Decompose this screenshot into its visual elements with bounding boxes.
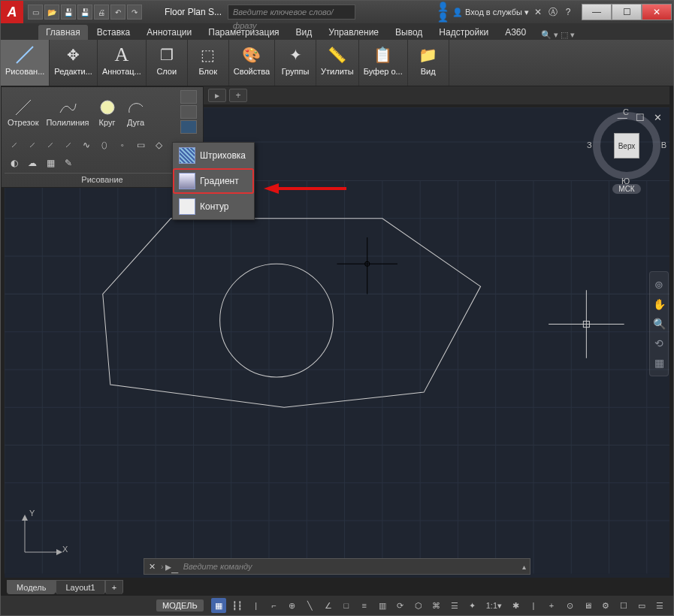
cmdline-close-icon[interactable]: ✕ [144,562,159,572]
sm-tool-4[interactable]: ⟋ [62,138,75,152]
nav-zoom-icon[interactable]: 🔍 [652,317,666,331]
viewcube[interactable]: Верх С В Ю З МСК [589,112,664,195]
qat-open-icon[interactable]: 📂 [44,5,59,20]
status-ortho-icon[interactable]: ⌐ [267,598,282,613]
panel-view[interactable]: 📁Вид [408,40,449,86]
status-customize-icon[interactable]: ☰ [652,598,667,613]
status-workspace-icon[interactable]: + [544,598,559,613]
nav-orbit-icon[interactable]: ⟲ [652,337,666,350]
viewcube-south[interactable]: Ю [621,177,630,186]
tab-model[interactable]: Модель [7,580,56,594]
infocenter-icon[interactable]: 👤👤 [437,6,449,18]
tool-hatch-mini[interactable] [180,120,197,134]
viewcube-face-top[interactable]: Верх [614,133,639,159]
status-transparency-icon[interactable]: ▥ [375,598,390,613]
flyout-gradient[interactable]: Градиент [173,168,254,194]
signin-button[interactable]: 👤 Вход в службы▾ [452,8,529,17]
ribbon-tab-view[interactable]: Вид [289,25,320,40]
ribbon-tab-parametric[interactable]: Параметризация [201,25,286,40]
status-iso-icon[interactable]: ╲ [303,598,318,613]
panel-util[interactable]: 📏Утилиты [316,40,359,86]
qat-print-icon[interactable]: 🖨 [94,5,109,20]
tool-polyline[interactable]: Полилиния [43,95,92,128]
status-isolate-icon[interactable]: ☐ [616,598,631,613]
qat-new-icon[interactable]: ▭ [28,5,43,20]
sm-tool-11[interactable]: ◐ [8,156,21,170]
tool-arc[interactable]: Дуга [122,95,150,128]
status-units-icon[interactable]: 🖥 [580,598,595,613]
status-gizmo-icon[interactable]: ✦ [465,598,480,613]
ribbon-overflow-icon[interactable]: 🔍 ▾ ⬚ ▾ [541,30,575,40]
status-monitor-icon[interactable]: ⊙ [562,598,577,613]
ribbon-tab-home[interactable]: Главная [38,25,88,40]
panel-modify[interactable]: ✥Редакти... [50,40,98,86]
exchange-icon[interactable]: ✕ [532,6,544,18]
status-scale-button[interactable]: 1:1 ▾ [483,598,505,613]
ribbon-tab-manage[interactable]: Управление [321,25,386,40]
cmdline-recent-icon[interactable]: ▴ [518,563,530,571]
help-icon[interactable]: ? [562,6,574,18]
sm-tool-1[interactable]: ⟋ [8,138,21,152]
ribbon-tab-a360[interactable]: A360 [497,25,533,40]
viewcube-north[interactable]: С [623,107,629,116]
status-clean-icon[interactable]: ▭ [634,598,649,613]
ribbon-tab-addins[interactable]: Надстройки [431,25,496,40]
command-line[interactable]: ✕ › ▸_ Введите команду ▴ [144,558,530,575]
tab-add-layout[interactable]: + [105,580,123,594]
minimize-button[interactable]: — [582,4,612,20]
tool-line[interactable]: Отрезок [5,95,41,128]
status-otrack-icon[interactable]: ∠ [321,598,336,613]
sm-tool-5[interactable]: ∿ [80,138,93,152]
cmdline-handle-icon[interactable]: › [159,562,165,571]
status-model-button[interactable]: МОДЕЛЬ [156,599,204,611]
status-osnap-icon[interactable]: □ [339,598,354,613]
flyout-hatch[interactable]: Штриховка [173,143,254,168]
ribbon-tab-insert[interactable]: Вставка [89,25,138,40]
nav-showmotion-icon[interactable]: ▦ [652,356,666,370]
flyout-boundary[interactable]: Контур [173,194,254,219]
status-snap-icon[interactable]: ┇┇ [229,598,246,613]
status-3dosnap-icon[interactable]: ⬡ [411,598,426,613]
status-filter-icon[interactable]: ☰ [447,598,462,613]
status-lineweight-icon[interactable]: ≡ [357,598,372,613]
viewcube-west[interactable]: З [587,140,592,149]
qat-undo-icon[interactable]: ↶ [110,5,125,20]
panel-groups[interactable]: ✦Группы [275,40,316,86]
nav-fullnav-icon[interactable]: ⊚ [652,278,666,291]
search-input[interactable]: Введите ключевое слово/фразу [228,5,355,20]
drawing-canvas[interactable] [5,177,669,578]
panel-draw[interactable]: Рисован... [1,40,50,86]
panel-block[interactable]: ⬚Блок [188,40,229,86]
status-cycling-icon[interactable]: ⟳ [393,598,408,613]
sm-tool-7[interactable]: ◦ [116,138,129,152]
tab-layout1[interactable]: Layout1 [56,580,104,594]
sm-tool-3[interactable]: ⟋ [44,138,57,152]
panel-layers[interactable]: ❐Слои [147,40,188,86]
a360-icon[interactable]: Ⓐ [547,6,559,18]
panel-props[interactable]: 🎨Свойства [229,40,275,86]
qat-redo-icon[interactable]: ↷ [127,5,142,20]
sm-tool-8[interactable]: ▭ [134,138,147,152]
app-logo[interactable]: A [1,1,23,23]
tool-ellipse-mini[interactable] [180,105,197,119]
tool-rect-mini[interactable] [180,90,197,104]
status-dynucs-icon[interactable]: ⌘ [429,598,444,613]
status-annoscale-icon[interactable]: ✱ [508,598,523,613]
tool-circle[interactable]: Круг [94,95,121,128]
sm-tool-2[interactable]: ⟋ [26,138,39,152]
panel-clipboard[interactable]: 📋Буфер о... [359,40,408,86]
panel-annotate[interactable]: AАннотац... [98,40,147,86]
status-polar-icon[interactable]: ⊕ [285,598,300,613]
sm-tool-9[interactable]: ◇ [152,138,165,152]
sm-tool-14[interactable]: ✎ [62,156,75,170]
qat-save-icon[interactable]: 💾 [61,5,76,20]
sm-tool-13[interactable]: ▦ [44,156,57,170]
close-button[interactable]: ✕ [642,4,672,20]
cmdline-input[interactable]: Введите команду [179,562,518,571]
nav-pan-icon[interactable]: ✋ [652,297,666,311]
sm-tool-12[interactable]: ☁ [26,156,39,170]
qat-saveas-icon[interactable]: 💾 [77,5,92,20]
file-tab-start[interactable]: ▸ [208,89,226,102]
ribbon-tab-annotate[interactable]: Аннотации [139,25,199,40]
status-grid-icon[interactable]: ▦ [211,598,226,613]
